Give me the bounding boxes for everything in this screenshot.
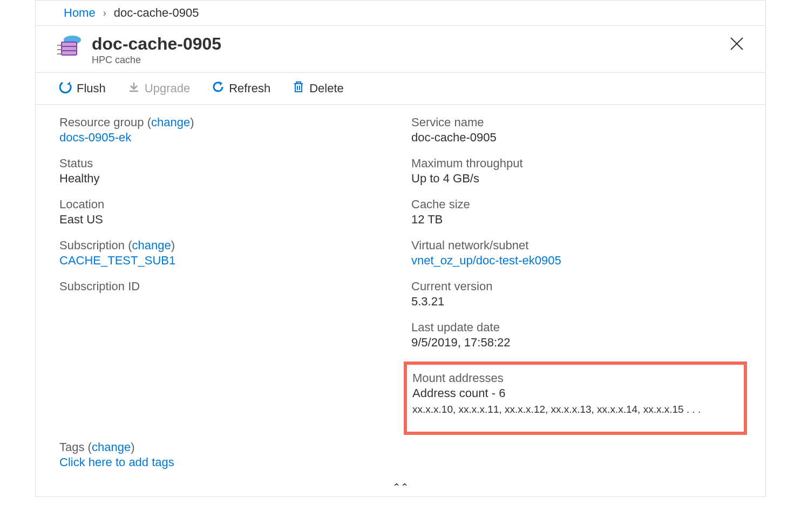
refresh-button[interactable]: Refresh <box>212 80 270 97</box>
service-name-field: Service name doc-cache-0905 <box>411 115 742 145</box>
delete-icon <box>292 80 305 97</box>
subscription-id-label: Subscription ID <box>59 279 390 294</box>
service-name-label: Service name <box>411 115 742 129</box>
tags-change-link[interactable]: change <box>92 440 131 454</box>
details-section: Resource group (change) docs-0905-ek Sta… <box>36 105 765 440</box>
toolbar: Flush Upgrade Refresh Delete <box>36 73 765 105</box>
current-version-field: Current version 5.3.21 <box>411 279 742 309</box>
flush-label: Flush <box>77 81 106 96</box>
tags-label: Tags <box>59 440 84 454</box>
upgrade-label: Upgrade <box>145 81 190 96</box>
header: doc-cache-0905 HPC cache <box>36 26 765 73</box>
flush-button[interactable]: Flush <box>59 80 106 97</box>
upgrade-icon <box>127 80 140 97</box>
details-right-column: Service name doc-cache-0905 Maximum thro… <box>411 115 742 435</box>
page-container: Home › doc-cache-0905 doc-cache-0905 HPC… <box>35 0 766 497</box>
resource-group-label: Resource group <box>59 115 144 129</box>
mount-addresses-list: xx.x.x.10, xx.x.x.11, xx.x.x.12, xx.x.x.… <box>412 404 738 415</box>
last-update-value: 9/5/2019, 17:58:22 <box>411 336 742 350</box>
current-version-value: 5.3.21 <box>411 295 742 309</box>
location-field: Location East US <box>59 197 390 227</box>
subscription-label: Subscription <box>59 238 125 252</box>
subscription-id-field: Subscription ID <box>59 279 390 294</box>
page-subtitle: HPC cache <box>92 54 221 66</box>
mount-addresses-field: Mount addresses Address count - 6 xx.x.x… <box>412 371 738 415</box>
last-update-field: Last update date 9/5/2019, 17:58:22 <box>411 320 742 350</box>
cache-size-value: 12 TB <box>411 213 742 227</box>
subscription-change-link[interactable]: change <box>132 238 171 252</box>
hpc-cache-icon <box>57 35 83 61</box>
vnet-value-link[interactable]: vnet_oz_up/doc-test-ek0905 <box>411 254 561 267</box>
service-name-value: doc-cache-0905 <box>411 131 742 145</box>
mount-addresses-count: Address count - 6 <box>412 386 738 400</box>
vnet-field: Virtual network/subnet vnet_oz_up/doc-te… <box>411 238 742 268</box>
tags-field: Tags (change) Click here to add tags <box>36 440 765 480</box>
delete-label: Delete <box>309 81 344 96</box>
max-throughput-value: Up to 4 GB/s <box>411 172 742 186</box>
resource-group-value-link[interactable]: docs-0905-ek <box>59 131 131 144</box>
details-left-column: Resource group (change) docs-0905-ek Sta… <box>59 115 390 435</box>
breadcrumb-current: doc-cache-0905 <box>114 6 199 20</box>
page-title: doc-cache-0905 <box>92 35 221 53</box>
subscription-field: Subscription (change) CACHE_TEST_SUB1 <box>59 238 390 268</box>
close-icon[interactable] <box>730 35 744 53</box>
max-throughput-label: Maximum throughput <box>411 156 742 170</box>
status-value: Healthy <box>59 172 390 186</box>
breadcrumb: Home › doc-cache-0905 <box>36 1 765 26</box>
delete-button[interactable]: Delete <box>292 80 344 97</box>
upgrade-button: Upgrade <box>127 80 190 97</box>
cache-size-label: Cache size <box>411 197 742 212</box>
last-update-label: Last update date <box>411 320 742 335</box>
status-label: Status <box>59 156 390 170</box>
flush-icon <box>59 80 72 97</box>
cache-size-field: Cache size 12 TB <box>411 197 742 227</box>
chevron-up-double-icon: ⌃⌃ <box>392 482 409 493</box>
vnet-label: Virtual network/subnet <box>411 238 742 253</box>
refresh-label: Refresh <box>229 81 270 96</box>
status-field: Status Healthy <box>59 156 390 186</box>
breadcrumb-home-link[interactable]: Home <box>64 6 96 20</box>
svg-rect-1 <box>62 42 77 55</box>
refresh-icon <box>212 80 225 97</box>
collapse-toggle[interactable]: ⌃⌃ <box>36 480 765 496</box>
location-value: East US <box>59 213 390 227</box>
mount-addresses-label: Mount addresses <box>412 371 738 385</box>
resource-group-change-link[interactable]: change <box>151 115 190 129</box>
chevron-right-icon: › <box>103 8 106 19</box>
resource-group-field: Resource group (change) docs-0905-ek <box>59 115 390 145</box>
mount-addresses-highlight: Mount addresses Address count - 6 xx.x.x… <box>404 362 747 435</box>
max-throughput-field: Maximum throughput Up to 4 GB/s <box>411 156 742 186</box>
subscription-value-link[interactable]: CACHE_TEST_SUB1 <box>59 254 175 267</box>
current-version-label: Current version <box>411 279 742 294</box>
location-label: Location <box>59 197 390 212</box>
tags-add-link[interactable]: Click here to add tags <box>59 455 742 469</box>
